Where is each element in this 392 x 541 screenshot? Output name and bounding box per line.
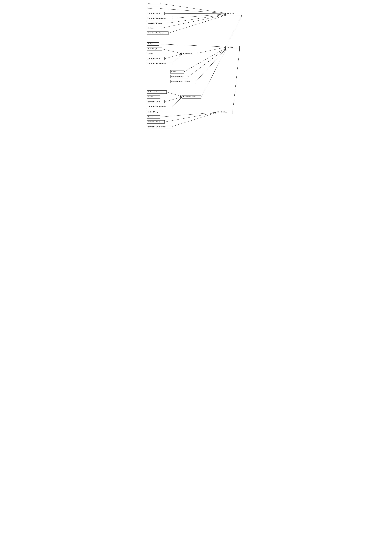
svg-line-8 bbox=[198, 47, 226, 53]
svg-line-6 bbox=[168, 15, 226, 33]
box-m6-smb: M6 SMB bbox=[226, 46, 239, 49]
svg-line-24 bbox=[172, 113, 216, 126]
svg-line-25 bbox=[233, 50, 239, 112]
svg-line-2 bbox=[165, 13, 226, 14]
svg-line-23 bbox=[165, 113, 216, 122]
box-bl-se: BL Self-Efficacy bbox=[147, 111, 163, 114]
box-bl-dd: BL Diabetes Distress bbox=[147, 90, 167, 94]
svg-line-4 bbox=[167, 14, 226, 23]
box-int-group4: Intervention Group bbox=[147, 100, 165, 104]
box-m6-se: M6 Self-Efficacy bbox=[216, 111, 233, 114]
box-int-group2: Intervention Group bbox=[147, 57, 165, 60]
svg-line-13 bbox=[184, 48, 226, 72]
svg-line-16 bbox=[167, 92, 181, 96]
box-m6-dd: M6 Diabetes Distress bbox=[182, 95, 201, 99]
box-bl-hba1c: BL HbA1c bbox=[147, 26, 161, 30]
box-int-x-gender4: Intervention Group x Gender bbox=[147, 105, 172, 108]
svg-line-15 bbox=[196, 49, 226, 81]
svg-line-3 bbox=[172, 14, 226, 18]
svg-line-11 bbox=[165, 54, 181, 59]
svg-line-18 bbox=[165, 97, 181, 102]
svg-line-26 bbox=[226, 16, 242, 47]
svg-line-1 bbox=[160, 9, 226, 13]
box-int-group5: Intervention Group bbox=[147, 120, 165, 124]
box-int-x-gender2: Intervention Group x Gender bbox=[147, 62, 172, 65]
box-bl-smb: BL SMB bbox=[147, 42, 159, 46]
box-gender5: Gender bbox=[147, 115, 160, 119]
box-bl-knowledge: BL Knowledge bbox=[147, 47, 162, 51]
box-hsg: High School Graduate bbox=[147, 22, 167, 25]
svg-line-12 bbox=[172, 54, 181, 63]
svg-line-7 bbox=[159, 44, 226, 47]
box-gender2: Gender bbox=[147, 52, 160, 55]
box-int-group3: Intervention Group bbox=[170, 75, 188, 78]
diagram: Age Gender Intervention Group Interventi… bbox=[146, 1, 246, 140]
box-med-int: Medication Intensification bbox=[147, 31, 168, 35]
box-m6-knowledge: M6 Knowledge bbox=[182, 52, 198, 55]
svg-line-9 bbox=[162, 49, 181, 53]
box-m6-hba1c: M6 HbA1c bbox=[226, 12, 242, 16]
svg-line-19 bbox=[172, 98, 181, 106]
svg-line-20 bbox=[201, 49, 226, 97]
box-int-x-gender1: Intervention Group x Gender bbox=[147, 17, 172, 20]
box-gender1: Gender bbox=[147, 7, 160, 10]
svg-line-0 bbox=[160, 4, 226, 13]
box-gender4: Gender bbox=[147, 95, 160, 99]
box-int-x-gender5: Intervention Group x Gender bbox=[147, 125, 172, 128]
svg-line-22 bbox=[160, 112, 216, 117]
box-gender3: Gender bbox=[170, 70, 184, 73]
box-int-x-gender3: Intervention Group x Gender bbox=[170, 80, 196, 83]
box-age: Age bbox=[147, 2, 160, 5]
box-int-group1: Intervention Group bbox=[147, 12, 165, 15]
